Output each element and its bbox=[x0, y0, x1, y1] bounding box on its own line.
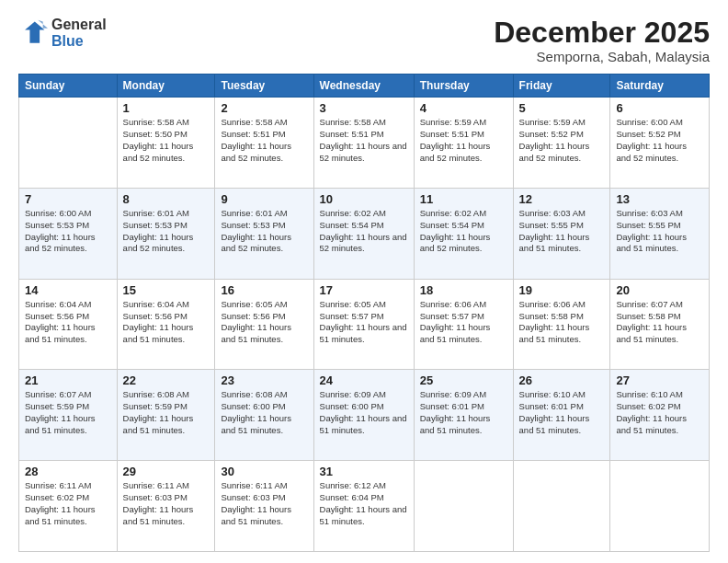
day-number: 9 bbox=[221, 192, 307, 206]
calendar-week-row: 14Sunrise: 6:04 AM Sunset: 5:56 PM Dayli… bbox=[19, 279, 710, 370]
calendar-cell: 9Sunrise: 6:01 AM Sunset: 5:53 PM Daylig… bbox=[215, 188, 313, 279]
day-info: Sunrise: 6:04 AM Sunset: 5:56 PM Dayligh… bbox=[123, 299, 210, 346]
svg-marker-0 bbox=[25, 21, 44, 42]
day-info: Sunrise: 6:03 AM Sunset: 5:55 PM Dayligh… bbox=[519, 208, 605, 255]
calendar-cell: 3Sunrise: 5:58 AM Sunset: 5:51 PM Daylig… bbox=[313, 98, 414, 189]
day-number: 7 bbox=[25, 192, 111, 206]
calendar-cell: 29Sunrise: 6:11 AM Sunset: 6:03 PM Dayli… bbox=[117, 461, 215, 552]
calendar-cell: 5Sunrise: 5:59 AM Sunset: 5:52 PM Daylig… bbox=[513, 98, 610, 189]
day-number: 16 bbox=[221, 283, 307, 297]
day-number: 10 bbox=[320, 192, 408, 206]
day-info: Sunrise: 6:11 AM Sunset: 6:02 PM Dayligh… bbox=[25, 480, 111, 527]
day-info: Sunrise: 5:58 AM Sunset: 5:51 PM Dayligh… bbox=[221, 117, 307, 164]
day-info: Sunrise: 6:07 AM Sunset: 5:59 PM Dayligh… bbox=[25, 389, 111, 436]
day-info: Sunrise: 5:59 AM Sunset: 5:52 PM Dayligh… bbox=[519, 117, 605, 164]
calendar-cell: 31Sunrise: 6:12 AM Sunset: 6:04 PM Dayli… bbox=[313, 461, 414, 552]
day-number: 27 bbox=[616, 373, 703, 387]
day-number: 12 bbox=[519, 192, 605, 206]
calendar-cell: 22Sunrise: 6:08 AM Sunset: 5:59 PM Dayli… bbox=[117, 370, 215, 461]
calendar-cell: 23Sunrise: 6:08 AM Sunset: 6:00 PM Dayli… bbox=[215, 370, 313, 461]
day-info: Sunrise: 6:05 AM Sunset: 5:57 PM Dayligh… bbox=[320, 299, 408, 346]
calendar-header-row: SundayMondayTuesdayWednesdayThursdayFrid… bbox=[19, 75, 710, 98]
calendar-cell: 7Sunrise: 6:00 AM Sunset: 5:53 PM Daylig… bbox=[19, 188, 118, 279]
page: General Blue December 2025 Semporna, Sab… bbox=[0, 0, 728, 563]
day-info: Sunrise: 6:01 AM Sunset: 5:53 PM Dayligh… bbox=[221, 208, 307, 255]
day-number: 24 bbox=[320, 373, 408, 387]
calendar-cell: 13Sunrise: 6:03 AM Sunset: 5:55 PM Dayli… bbox=[610, 188, 710, 279]
day-info: Sunrise: 6:03 AM Sunset: 5:55 PM Dayligh… bbox=[616, 208, 703, 255]
calendar-day-header: Sunday bbox=[19, 75, 118, 98]
day-number: 17 bbox=[320, 283, 408, 297]
calendar-cell: 28Sunrise: 6:11 AM Sunset: 6:02 PM Dayli… bbox=[19, 461, 118, 552]
day-info: Sunrise: 6:08 AM Sunset: 6:00 PM Dayligh… bbox=[221, 389, 307, 436]
day-info: Sunrise: 6:11 AM Sunset: 6:03 PM Dayligh… bbox=[123, 480, 210, 527]
calendar-cell: 20Sunrise: 6:07 AM Sunset: 5:58 PM Dayli… bbox=[610, 279, 710, 370]
day-number: 19 bbox=[519, 283, 605, 297]
day-number: 5 bbox=[519, 101, 605, 115]
calendar-day-header: Thursday bbox=[414, 75, 513, 98]
calendar-week-row: 28Sunrise: 6:11 AM Sunset: 6:02 PM Dayli… bbox=[19, 461, 710, 552]
day-info: Sunrise: 6:06 AM Sunset: 5:58 PM Dayligh… bbox=[519, 299, 605, 346]
day-info: Sunrise: 6:02 AM Sunset: 5:54 PM Dayligh… bbox=[320, 208, 408, 255]
calendar-cell: 18Sunrise: 6:06 AM Sunset: 5:57 PM Dayli… bbox=[414, 279, 513, 370]
day-info: Sunrise: 5:58 AM Sunset: 5:50 PM Dayligh… bbox=[123, 117, 210, 164]
calendar-cell: 30Sunrise: 6:11 AM Sunset: 6:03 PM Dayli… bbox=[215, 461, 313, 552]
day-number: 30 bbox=[221, 465, 307, 478]
day-info: Sunrise: 6:02 AM Sunset: 5:54 PM Dayligh… bbox=[420, 208, 507, 255]
day-number: 2 bbox=[221, 101, 307, 115]
calendar-cell: 17Sunrise: 6:05 AM Sunset: 5:57 PM Dayli… bbox=[313, 279, 414, 370]
logo-blue-text: Blue bbox=[51, 33, 107, 50]
day-info: Sunrise: 5:59 AM Sunset: 5:51 PM Dayligh… bbox=[420, 117, 507, 164]
day-number: 20 bbox=[616, 283, 703, 297]
day-info: Sunrise: 6:09 AM Sunset: 6:00 PM Dayligh… bbox=[320, 389, 408, 436]
day-number: 31 bbox=[320, 465, 408, 478]
calendar-cell: 19Sunrise: 6:06 AM Sunset: 5:58 PM Dayli… bbox=[513, 279, 610, 370]
day-info: Sunrise: 6:04 AM Sunset: 5:56 PM Dayligh… bbox=[25, 299, 111, 346]
calendar-cell bbox=[19, 98, 118, 189]
calendar-day-header: Monday bbox=[117, 75, 215, 98]
calendar-cell bbox=[414, 461, 513, 552]
calendar-cell: 12Sunrise: 6:03 AM Sunset: 5:55 PM Dayli… bbox=[513, 188, 610, 279]
logo-general-text: General bbox=[51, 17, 107, 33]
day-number: 3 bbox=[320, 101, 408, 115]
day-info: Sunrise: 5:58 AM Sunset: 5:51 PM Dayligh… bbox=[320, 117, 408, 164]
calendar-table: SundayMondayTuesdayWednesdayThursdayFrid… bbox=[18, 74, 710, 552]
calendar-day-header: Saturday bbox=[610, 75, 710, 98]
day-info: Sunrise: 6:08 AM Sunset: 5:59 PM Dayligh… bbox=[123, 389, 210, 436]
day-number: 11 bbox=[420, 192, 507, 206]
day-info: Sunrise: 6:10 AM Sunset: 6:01 PM Dayligh… bbox=[519, 389, 605, 436]
day-number: 29 bbox=[123, 465, 210, 478]
calendar-cell: 10Sunrise: 6:02 AM Sunset: 5:54 PM Dayli… bbox=[313, 188, 414, 279]
day-number: 23 bbox=[221, 373, 307, 387]
calendar-week-row: 21Sunrise: 6:07 AM Sunset: 5:59 PM Dayli… bbox=[19, 370, 710, 461]
logo-text: General Blue bbox=[51, 17, 107, 49]
calendar-cell: 2Sunrise: 5:58 AM Sunset: 5:51 PM Daylig… bbox=[215, 98, 313, 189]
calendar-week-row: 7Sunrise: 6:00 AM Sunset: 5:53 PM Daylig… bbox=[19, 188, 710, 279]
calendar-cell: 15Sunrise: 6:04 AM Sunset: 5:56 PM Dayli… bbox=[117, 279, 215, 370]
calendar-cell: 8Sunrise: 6:01 AM Sunset: 5:53 PM Daylig… bbox=[117, 188, 215, 279]
calendar-cell: 4Sunrise: 5:59 AM Sunset: 5:51 PM Daylig… bbox=[414, 98, 513, 189]
day-number: 1 bbox=[123, 101, 210, 115]
day-info: Sunrise: 6:11 AM Sunset: 6:03 PM Dayligh… bbox=[221, 480, 307, 527]
calendar-cell: 25Sunrise: 6:09 AM Sunset: 6:01 PM Dayli… bbox=[414, 370, 513, 461]
day-number: 21 bbox=[25, 373, 111, 387]
title-block: December 2025 Semporna, Sabah, Malaysia bbox=[494, 17, 710, 64]
calendar-day-header: Wednesday bbox=[313, 75, 414, 98]
logo: General Blue bbox=[18, 17, 107, 49]
header: General Blue December 2025 Semporna, Sab… bbox=[18, 17, 710, 64]
day-info: Sunrise: 6:00 AM Sunset: 5:53 PM Dayligh… bbox=[25, 208, 111, 255]
day-number: 28 bbox=[25, 465, 111, 478]
day-info: Sunrise: 6:06 AM Sunset: 5:57 PM Dayligh… bbox=[420, 299, 507, 346]
day-info: Sunrise: 6:01 AM Sunset: 5:53 PM Dayligh… bbox=[123, 208, 210, 255]
calendar-cell: 6Sunrise: 6:00 AM Sunset: 5:52 PM Daylig… bbox=[610, 98, 710, 189]
day-number: 18 bbox=[420, 283, 507, 297]
calendar-day-header: Friday bbox=[513, 75, 610, 98]
day-info: Sunrise: 6:07 AM Sunset: 5:58 PM Dayligh… bbox=[616, 299, 703, 346]
calendar-cell: 1Sunrise: 5:58 AM Sunset: 5:50 PM Daylig… bbox=[117, 98, 215, 189]
day-number: 8 bbox=[123, 192, 210, 206]
calendar-cell: 16Sunrise: 6:05 AM Sunset: 5:56 PM Dayli… bbox=[215, 279, 313, 370]
day-number: 4 bbox=[420, 101, 507, 115]
calendar-cell: 14Sunrise: 6:04 AM Sunset: 5:56 PM Dayli… bbox=[19, 279, 118, 370]
day-number: 22 bbox=[123, 373, 210, 387]
calendar-week-row: 1Sunrise: 5:58 AM Sunset: 5:50 PM Daylig… bbox=[19, 98, 710, 189]
